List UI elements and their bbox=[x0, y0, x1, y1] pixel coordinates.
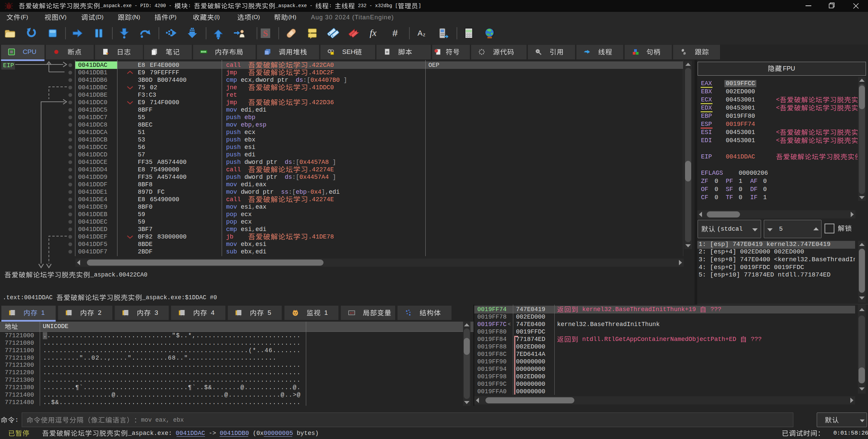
svg-text:fx: fx bbox=[370, 27, 377, 38]
svg-text:#: # bbox=[392, 28, 398, 38]
svg-text:x=: x= bbox=[350, 311, 354, 315]
svg-text:EIP: EIP bbox=[3, 62, 14, 69]
svg-text:A: A bbox=[418, 29, 423, 37]
svg-text:z: z bbox=[423, 32, 425, 37]
svg-text:S: S bbox=[263, 28, 268, 38]
